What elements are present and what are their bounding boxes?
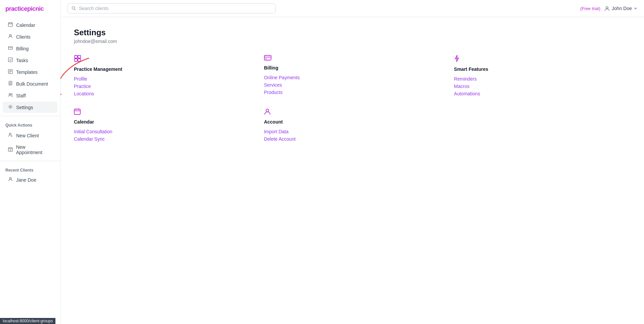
sidebar-item-label: New Client [16, 133, 39, 138]
chevron-down-icon [634, 7, 637, 10]
settings-link-reminders[interactable]: Reminders [454, 75, 631, 83]
sidebar-item-label: Templates [16, 70, 38, 75]
free-trial-badge: (Free trial) [580, 6, 600, 11]
svg-rect-33 [78, 59, 81, 61]
clients-icon [8, 34, 13, 40]
sidebar-item-label: Staff [16, 93, 26, 98]
sidebar-item-label: Clients [16, 34, 31, 40]
svg-rect-35 [264, 55, 271, 60]
new-client-icon [8, 133, 13, 138]
status-bar: localhost:8000/client-groups [0, 318, 55, 324]
main-wrapper: (Free trial) John Doe Settings johndoe@e… [60, 0, 644, 324]
sidebar-item-label: Billing [16, 46, 29, 51]
settings-section-calendar: Calendar Initial Consultation Calendar S… [74, 108, 251, 143]
svg-point-26 [9, 178, 11, 179]
smart-features-icon [454, 55, 631, 64]
topbar-right: (Free trial) John Doe [580, 6, 637, 11]
settings-email: johndoe@email.com [74, 39, 631, 44]
svg-point-27 [72, 7, 75, 9]
locations-wrapper: Locations [74, 90, 94, 97]
recent-client-icon [8, 177, 13, 183]
settings-section-smart-features: Smart Features Reminders Macros Automati… [454, 55, 631, 97]
account-icon [264, 108, 441, 117]
divider-2 [0, 161, 60, 161]
calendar-settings-icon [74, 108, 251, 117]
settings-link-calendar-sync[interactable]: Calendar Sync [74, 135, 251, 143]
practice-management-icon [74, 55, 251, 64]
topbar: (Free trial) John Doe [60, 0, 644, 17]
sidebar-item-new-client[interactable]: New Client [3, 130, 57, 141]
svg-rect-38 [74, 109, 80, 114]
settings-section-practice-management: Practice Management Profile Practice Loc… [74, 55, 251, 97]
svg-line-28 [75, 9, 76, 10]
app-logo: practicepicnic [0, 5, 60, 19]
sidebar-item-bulk-document[interactable]: Bulk Document [3, 78, 57, 89]
sidebar-item-label: Settings [16, 105, 33, 110]
user-menu[interactable]: John Doe [604, 6, 637, 11]
sidebar-item-settings[interactable]: Settings [3, 102, 57, 113]
account-title: Account [264, 119, 441, 125]
svg-point-19 [9, 133, 11, 135]
sidebar: practicepicnic Calendar Clients Billing … [0, 0, 60, 324]
recent-client-jane-doe[interactable]: Jane Doe [3, 175, 57, 185]
settings-link-initial-consultation[interactable]: Initial Consultation [74, 128, 251, 135]
billing-settings-title: Billing [264, 65, 441, 71]
practice-management-title: Practice Management [74, 66, 251, 72]
settings-title: Settings [74, 28, 631, 37]
sidebar-item-billing[interactable]: Billing [3, 43, 57, 54]
settings-section-account: Account Import Data Delete Account [264, 108, 441, 143]
divider [0, 116, 60, 116]
settings-content: Settings johndoe@email.com Practice Mana… [60, 17, 644, 324]
settings-link-services[interactable]: Services [264, 81, 441, 89]
svg-rect-30 [75, 55, 77, 58]
svg-rect-32 [75, 59, 77, 61]
svg-point-17 [11, 94, 12, 95]
status-url: localhost:8000/client-groups [3, 319, 53, 323]
billing-icon [8, 46, 13, 51]
settings-link-delete-account[interactable]: Delete Account [264, 135, 441, 143]
svg-point-29 [606, 7, 608, 9]
settings-link-import-data[interactable]: Import Data [264, 128, 441, 135]
billing-settings-icon [264, 55, 441, 62]
settings-link-macros[interactable]: Macros [454, 83, 631, 90]
svg-rect-7 [8, 58, 12, 62]
search-box[interactable] [67, 3, 275, 13]
settings-link-online-payments[interactable]: Online Payments [264, 74, 441, 81]
settings-link-profile[interactable]: Profile [74, 75, 251, 83]
settings-grid: Practice Management Profile Practice Loc… [74, 55, 631, 143]
sidebar-item-clients[interactable]: Clients [3, 31, 57, 42]
quick-actions-label: Quick Actions [0, 119, 60, 130]
smart-features-title: Smart Features [454, 66, 631, 72]
tasks-icon [8, 57, 13, 63]
sidebar-item-templates[interactable]: Templates [3, 66, 57, 78]
sidebar-item-label: New Appointment [16, 144, 52, 155]
settings-section-billing: Billing Online Payments Services Product… [264, 55, 441, 97]
svg-point-42 [266, 109, 269, 112]
user-avatar-icon [604, 6, 610, 11]
svg-point-4 [9, 35, 11, 36]
recent-client-name: Jane Doe [16, 177, 36, 183]
search-input[interactable] [79, 6, 271, 11]
bulk-document-icon [8, 81, 13, 87]
new-appointment-icon [8, 147, 13, 153]
sidebar-item-tasks[interactable]: Tasks [3, 55, 57, 66]
settings-link-automations[interactable]: Automations [454, 90, 631, 97]
recent-clients-label: Recent Clients [0, 164, 60, 175]
user-name: John Doe [612, 6, 632, 11]
staff-icon [8, 93, 13, 98]
svg-rect-22 [8, 147, 12, 151]
sidebar-item-calendar[interactable]: Calendar [3, 19, 57, 31]
sidebar-item-label: Tasks [16, 58, 28, 63]
svg-rect-0 [8, 23, 12, 27]
settings-link-products[interactable]: Products [264, 89, 441, 96]
svg-point-16 [9, 93, 10, 95]
sidebar-item-label: Calendar [16, 22, 35, 28]
calendar-settings-title: Calendar [74, 119, 251, 125]
sidebar-item-new-appointment[interactable]: New Appointment [3, 142, 57, 158]
settings-icon [8, 104, 13, 110]
settings-link-locations[interactable]: Locations [74, 90, 94, 97]
sidebar-item-staff[interactable]: Staff [3, 90, 57, 101]
svg-rect-31 [78, 55, 81, 58]
sidebar-item-label: Bulk Document [16, 81, 48, 87]
settings-link-practice[interactable]: Practice [74, 83, 251, 90]
